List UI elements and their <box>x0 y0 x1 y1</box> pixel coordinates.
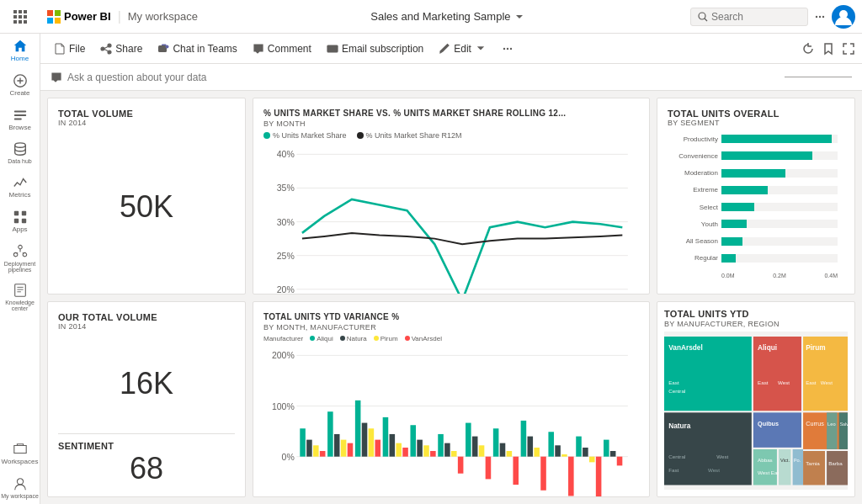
line-chart-svg: 40% 35% 30% 25% 20% Jan 14 Feb 14 Mar 14… <box>263 143 639 294</box>
svg-text:Aliqui: Aliqui <box>758 342 777 351</box>
svg-rect-105 <box>528 436 534 456</box>
svg-rect-106 <box>534 447 540 456</box>
dashboard: Total Volume IN 2014 50K % Units Market … <box>40 91 862 504</box>
svg-rect-75 <box>320 450 326 456</box>
svg-rect-148 <box>753 412 801 448</box>
svg-rect-163 <box>827 412 837 449</box>
card-total-volume: Total Volume IN 2014 50K <box>47 98 246 294</box>
svg-point-35 <box>108 50 111 54</box>
svg-rect-77 <box>334 433 340 456</box>
search-input[interactable] <box>711 11 795 23</box>
bar-row-allseason: All Season <box>668 237 838 246</box>
svg-text:40%: 40% <box>277 149 295 159</box>
product-name: Power BI <box>64 10 111 23</box>
svg-rect-12 <box>13 118 21 119</box>
svg-rect-104 <box>521 420 527 456</box>
toolbar: File Share Chat in Teams Comment Email s… <box>40 34 862 64</box>
our-total-volume-subtitle: IN 2014 <box>58 322 235 331</box>
svg-rect-97 <box>472 436 478 456</box>
sentiment-title: Sentiment <box>58 441 235 451</box>
sidebar-item-knowledge[interactable]: Knowledge center <box>0 278 40 316</box>
qa-bar <box>40 64 862 91</box>
svg-rect-6 <box>13 20 17 24</box>
report-title-area: Sales and Marketing Sample <box>208 10 687 23</box>
share-button[interactable]: Share <box>93 40 149 58</box>
svg-point-27 <box>699 13 705 19</box>
bookmark-icon[interactable] <box>822 42 835 56</box>
svg-text:Barba: Barba <box>828 459 843 465</box>
svg-rect-88 <box>410 425 416 456</box>
svg-rect-109 <box>555 445 561 456</box>
sidebar-item-deployment[interactable]: Deployment pipelines <box>0 239 40 278</box>
sidebar-item-myworkspace[interactable]: My workspace <box>0 471 40 504</box>
svg-rect-101 <box>500 443 506 456</box>
svg-text:East: East <box>806 379 817 385</box>
svg-rect-73 <box>306 439 312 456</box>
svg-rect-85 <box>390 433 396 456</box>
email-icon <box>327 43 338 55</box>
sidebar-item-create[interactable]: Create <box>0 68 40 103</box>
svg-rect-90 <box>423 445 429 456</box>
total-volume-value: 50K <box>58 130 235 284</box>
legend-pirum: Pirum <box>374 335 398 342</box>
svg-rect-82 <box>369 428 375 456</box>
file-button[interactable]: File <box>47 40 92 58</box>
svg-text:Fast: Fast <box>668 466 678 472</box>
svg-rect-110 <box>561 454 567 456</box>
svg-rect-161 <box>827 451 848 485</box>
refresh-icon[interactable] <box>801 42 815 56</box>
sidebar-item-home[interactable]: Home <box>0 34 40 68</box>
svg-rect-94 <box>451 450 457 456</box>
svg-rect-83 <box>375 439 380 456</box>
sidebar-item-datahub[interactable]: Data hub <box>0 136 40 170</box>
ytd-variance-subtitle: BY MONTH, MANUFACTURER <box>263 323 639 332</box>
top-bar: Power BI | My workspace Sales and Market… <box>40 0 862 34</box>
workspace-label[interactable]: My workspace <box>128 10 198 23</box>
total-units-ytd-subtitle: BY MANUFACTURER, REGION <box>664 320 848 328</box>
apps-grid-icon[interactable] <box>13 10 27 24</box>
bar-row-extreme: Extreme <box>668 186 838 194</box>
svg-point-22 <box>17 479 23 485</box>
report-title: Sales and Marketing Sample <box>370 10 510 23</box>
svg-text:Central: Central <box>668 454 685 459</box>
sidebar-item-metrics[interactable]: Metrics <box>0 170 40 204</box>
svg-text:Tamia: Tamia <box>806 459 820 465</box>
bar-chart-area: Productivity Convenience Moderation Extr… <box>668 130 844 284</box>
multibar-chart-area: 200% 100% 0% -100% <box>263 344 639 498</box>
sidebar-item-apps[interactable]: Apps <box>0 204 40 239</box>
bar-row-moderation: Moderation <box>668 169 838 178</box>
qa-icon <box>51 72 62 83</box>
sentiment-section: Sentiment 68 <box>58 433 235 486</box>
svg-rect-26 <box>55 18 61 24</box>
svg-rect-25 <box>47 18 53 24</box>
dropdown-icon[interactable] <box>514 12 524 22</box>
svg-text:Natura: Natura <box>668 422 691 430</box>
user-avatar[interactable] <box>832 5 855 29</box>
more-toolbar-button[interactable] <box>495 40 520 58</box>
svg-text:Vict.: Vict. <box>780 458 790 463</box>
svg-rect-118 <box>617 456 623 465</box>
svg-rect-115 <box>596 456 602 497</box>
svg-rect-96 <box>466 422 471 456</box>
comment-button[interactable]: Comment <box>246 40 318 58</box>
more-options-icon[interactable] <box>813 10 827 24</box>
svg-rect-113 <box>583 447 588 456</box>
fullscreen-icon[interactable] <box>842 42 855 56</box>
svg-rect-74 <box>313 445 319 456</box>
total-volume-title: Total Volume <box>58 109 235 119</box>
svg-point-41 <box>510 47 512 49</box>
sidebar-item-workspaces[interactable]: Workspaces <box>0 437 40 471</box>
svg-text:Central: Central <box>668 388 685 394</box>
share-icon <box>100 43 112 55</box>
chat-in-teams-button[interactable]: Chat in Teams <box>151 40 243 58</box>
edit-button[interactable]: Edit <box>432 40 493 58</box>
svg-rect-159 <box>803 451 825 485</box>
sidebar-item-browse[interactable]: Browse <box>0 103 40 137</box>
svg-rect-107 <box>540 456 546 490</box>
svg-rect-11 <box>13 114 25 116</box>
search-box[interactable] <box>690 8 808 26</box>
email-subscription-button[interactable]: Email subscription <box>320 40 430 58</box>
ellipsis-icon <box>502 43 513 55</box>
svg-rect-23 <box>47 10 53 16</box>
qa-input[interactable] <box>67 72 776 83</box>
